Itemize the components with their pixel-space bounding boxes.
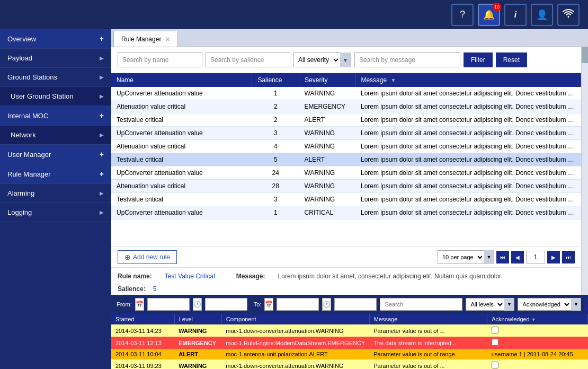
notification-icon: 🔔 bbox=[483, 9, 495, 21]
alarm-list-item[interactable]: 2014-03-11 09:23 WARNING moc-1.down-conv… bbox=[111, 359, 588, 369]
cell-started: 2014-03-11 10:04 bbox=[111, 349, 174, 359]
sidebar-item-user-manager[interactable]: User Manager + bbox=[0, 145, 111, 164]
cell-severity: WARNING bbox=[299, 193, 355, 206]
ack-checkbox[interactable] bbox=[492, 327, 498, 333]
ack-value: username 1 | 2011-08-24 20:45 bbox=[492, 351, 573, 357]
alarm-search-input[interactable] bbox=[380, 298, 462, 311]
table-row[interactable]: UpConverter attenuation value 1 WARNING … bbox=[111, 87, 581, 100]
table-row[interactable]: UpConverter attenuation value 1 CRITICAL… bbox=[111, 206, 581, 219]
sidebar-item-ground-stations[interactable]: Ground Stations ▶ bbox=[0, 68, 111, 87]
last-page-button[interactable]: ⏭ bbox=[562, 251, 575, 263]
notification-button[interactable]: 🔔 10 bbox=[478, 4, 500, 26]
per-page-select[interactable]: 10 per page bbox=[438, 251, 484, 263]
user-button[interactable]: 👤 bbox=[531, 4, 553, 26]
filter-button[interactable]: Filter bbox=[464, 52, 493, 67]
add-rule-button[interactable]: ⊕ Add new rule bbox=[118, 250, 177, 264]
alarm-reset-button[interactable]: Reset bbox=[584, 298, 588, 311]
alarm-col-acknowledged[interactable]: Acknowledged ▼ bbox=[487, 314, 588, 324]
reset-button[interactable]: Reset bbox=[496, 52, 527, 67]
sidebar-item-network[interactable]: Network ▶ bbox=[0, 126, 111, 145]
scrollbar-thumb[interactable] bbox=[582, 47, 588, 63]
detail-salience-row: Salience: 5 bbox=[111, 284, 581, 295]
sidebar-item-payload[interactable]: Payload ▶ bbox=[0, 49, 111, 68]
sidebar-item-internal-moc[interactable]: Internal MOC + bbox=[0, 106, 111, 126]
tab-rule-manager[interactable]: Rule Manager × bbox=[113, 31, 178, 47]
alarm-list-item[interactable]: 2014-03-11 12:13 EMERGENCY moc-1.RuleEng… bbox=[111, 337, 588, 349]
to-time-input[interactable] bbox=[334, 298, 377, 311]
cell-severity: WARNING bbox=[299, 87, 355, 100]
sidebar-item-internal-moc-label: Internal MOC bbox=[7, 112, 48, 120]
table-row[interactable]: Attenuation value critical 4 WARNING Lor… bbox=[111, 140, 581, 153]
alarm-col-component[interactable]: Component bbox=[221, 314, 369, 324]
sidebar-item-overview-label: Overview bbox=[7, 35, 36, 43]
table-row[interactable]: Attenuation value critical 28 WARNING Lo… bbox=[111, 180, 581, 193]
table-row[interactable]: Attenuation value critical 2 EMERGENCY L… bbox=[111, 100, 581, 113]
ack-checkbox[interactable] bbox=[492, 362, 498, 368]
prev-page-button[interactable]: ◀ bbox=[511, 251, 524, 263]
sidebar-item-overview[interactable]: Overview + bbox=[0, 29, 111, 49]
cell-severity: CRITICAL bbox=[299, 206, 355, 219]
tab-bar: Rule Manager × bbox=[111, 29, 588, 47]
page-input[interactable] bbox=[526, 251, 545, 263]
alarm-col-started[interactable]: Started bbox=[111, 314, 174, 324]
from-time-picker-icon[interactable]: 🕐 bbox=[193, 298, 202, 311]
help-button[interactable]: ? bbox=[451, 4, 474, 26]
table-row[interactable]: Testvalue critical 5 ALERT Lorem ipsum d… bbox=[111, 153, 581, 166]
search-by-message-input[interactable] bbox=[354, 52, 460, 67]
table-row[interactable]: UpConverter attenuation value 3 WARNING … bbox=[111, 127, 581, 140]
from-date-picker-icon[interactable]: 📅 bbox=[135, 298, 144, 311]
cell-severity: WARNING bbox=[299, 127, 355, 140]
cell-name: Testvalue critical bbox=[111, 113, 252, 127]
table-row[interactable]: Testvalue critical 3 WARNING Lorem ipsum… bbox=[111, 193, 581, 206]
from-date-input[interactable] bbox=[147, 298, 190, 311]
rule-manager-scrollbar[interactable] bbox=[582, 47, 588, 295]
cell-name: Testvalue critical bbox=[111, 153, 252, 166]
sidebar-item-ground-stations-label: Ground Stations bbox=[7, 73, 57, 81]
cell-message: Lorem ipsum dolor sit amet consectetur a… bbox=[355, 127, 581, 140]
tab-close-icon[interactable]: × bbox=[165, 35, 170, 43]
table-row[interactable]: Testvalue critical 2 ALERT Lorem ipsum d… bbox=[111, 113, 581, 127]
to-date-input[interactable] bbox=[277, 298, 319, 311]
alarm-col-level[interactable]: Level bbox=[174, 314, 221, 324]
help-icon: ? bbox=[460, 9, 465, 20]
cell-salience: 1 bbox=[252, 206, 299, 219]
to-time-picker-icon[interactable]: 🕐 bbox=[322, 298, 331, 311]
col-severity[interactable]: Severity bbox=[299, 73, 355, 87]
severity-dropdown-arrow[interactable]: ▼ bbox=[340, 52, 351, 67]
cell-message: Parameter value is out of ... bbox=[369, 324, 487, 337]
alarm-list-item[interactable]: 2014-03-11 10:04 ALERT moc-1.antenna-uni… bbox=[111, 349, 588, 359]
cell-message: Lorem ipsum dolor sit amet consectetur a… bbox=[355, 193, 581, 206]
sidebar-item-alarming[interactable]: Alarming ▶ bbox=[0, 184, 111, 203]
search-by-salience-input[interactable] bbox=[206, 52, 290, 67]
col-message[interactable]: Message ▼ bbox=[355, 73, 581, 87]
alarm-level-select[interactable]: All levels bbox=[466, 298, 504, 310]
next-page-button[interactable]: ▶ bbox=[547, 251, 560, 263]
alarm-ack-arrow[interactable]: ▼ bbox=[571, 298, 581, 311]
wifi-button[interactable] bbox=[557, 4, 580, 26]
per-page-arrow[interactable]: ▼ bbox=[484, 250, 494, 264]
ack-checkbox[interactable] bbox=[492, 339, 498, 346]
info-icon: i bbox=[514, 10, 516, 20]
search-by-name-input[interactable] bbox=[118, 52, 202, 67]
chevron-right-icon: ▶ bbox=[100, 55, 104, 61]
cell-salience: 4 bbox=[252, 140, 299, 153]
sort-icon: ▼ bbox=[390, 77, 396, 83]
severity-select[interactable]: All severity bbox=[294, 53, 340, 67]
sidebar-item-logging[interactable]: Logging ▶ bbox=[0, 203, 111, 222]
from-time-input[interactable] bbox=[205, 298, 247, 311]
sidebar-item-user-ground-station[interactable]: User Ground Station ▶ bbox=[0, 87, 111, 106]
wifi-icon bbox=[561, 7, 576, 23]
alarm-col-message[interactable]: Message bbox=[369, 314, 487, 324]
alarm-ack-select[interactable]: Acknowledged bbox=[518, 298, 571, 310]
from-label: From: bbox=[117, 301, 132, 308]
to-date-picker-icon[interactable]: 📅 bbox=[264, 298, 273, 311]
alarm-level-arrow[interactable]: ▼ bbox=[504, 298, 514, 311]
col-name[interactable]: Name bbox=[111, 73, 252, 87]
info-button[interactable]: i bbox=[504, 4, 527, 26]
alarm-list-item[interactable]: 2014-03-11 14:23 WARNING moc-1.down-conv… bbox=[111, 324, 588, 337]
col-salience[interactable]: Salience bbox=[252, 73, 299, 87]
cell-level: EMERGENCY bbox=[174, 337, 221, 349]
first-page-button[interactable]: ⏮ bbox=[496, 251, 509, 263]
table-row[interactable]: UpConverter attenuation value 24 WARNING… bbox=[111, 166, 581, 180]
sidebar-item-rule-manager[interactable]: Rule Manager + bbox=[0, 164, 111, 184]
